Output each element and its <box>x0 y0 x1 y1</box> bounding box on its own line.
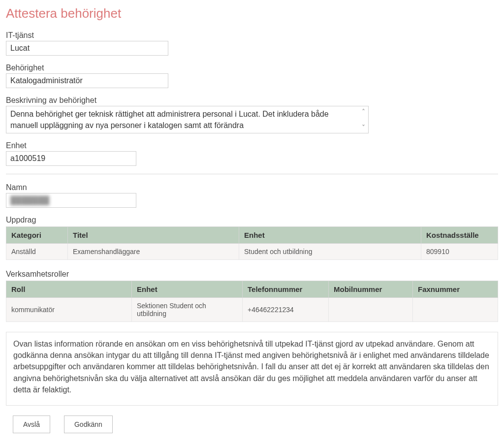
field-permission-desc: Beskrivning av behörighet Denna behörigh… <box>6 96 498 133</box>
approve-button[interactable]: Godkänn <box>64 416 113 433</box>
page-title: Attestera behörighet <box>6 6 498 21</box>
label-it-service: IT-tjänst <box>6 31 498 40</box>
input-name[interactable]: ███████ <box>6 193 136 208</box>
cell-titel: Examenshandläggare <box>68 244 239 260</box>
cell-enhet: Student och utbildning <box>239 244 421 260</box>
label-roller: Verksamhetsroller <box>6 270 498 279</box>
input-it-service[interactable]: Lucat <box>6 41 168 56</box>
field-permission: Behörighet Katalogadministratör <box>6 64 498 88</box>
cell-roll: kommunikatör <box>6 298 132 322</box>
table-roller: Roll Enhet Telefonnummer Mobilnummer Fax… <box>6 281 498 322</box>
chevron-down-icon[interactable]: ˅ <box>362 124 365 131</box>
field-name: Namn ███████ <box>6 183 498 208</box>
label-permission: Behörighet <box>6 64 498 72</box>
label-name: Namn <box>6 183 498 192</box>
button-row: Avslå Godkänn <box>6 416 498 433</box>
reject-button[interactable]: Avslå <box>13 416 50 433</box>
cell-fax <box>413 298 498 322</box>
th-mobil: Mobilnummer <box>329 281 413 298</box>
field-unit: Enhet a1000519 <box>6 141 498 166</box>
th-roll: Roll <box>6 281 132 298</box>
label-uppdrag: Uppdrag <box>6 216 498 224</box>
th-tel: Telefonnummer <box>243 281 329 298</box>
table-uppdrag: Kategori Titel Enhet Kostnadsställe Anst… <box>6 226 498 260</box>
th-enhet2: Enhet <box>132 281 243 298</box>
table-row: Anställd Examenshandläggare Student och … <box>6 244 498 260</box>
cell-mobil <box>329 298 413 322</box>
cell-kategori: Anställd <box>6 244 68 260</box>
th-enhet: Enhet <box>239 227 421 244</box>
info-text: Ovan listas information rörande en ansök… <box>6 332 498 406</box>
cell-kostnad: 809910 <box>421 244 498 260</box>
input-unit[interactable]: a1000519 <box>6 151 136 166</box>
divider <box>6 174 498 174</box>
textarea-permission-desc[interactable]: Denna behörighet ger teknisk rättighet a… <box>6 106 369 133</box>
th-titel: Titel <box>68 227 239 244</box>
scrollbar[interactable]: ˄ ˅ <box>362 106 365 133</box>
th-kostnad: Kostnadsställe <box>421 227 498 244</box>
cell-enhet2: Sektionen Student och utbildning <box>132 298 243 322</box>
chevron-up-icon[interactable]: ˄ <box>362 108 365 115</box>
field-it-service: IT-tjänst Lucat <box>6 31 498 56</box>
permission-desc-text: Denna behörighet ger teknisk rättighet a… <box>10 110 329 129</box>
th-fax: Faxnummer <box>413 281 498 298</box>
th-kategori: Kategori <box>6 227 68 244</box>
label-unit: Enhet <box>6 141 498 150</box>
cell-tel: +46462221234 <box>243 298 329 322</box>
input-permission[interactable]: Katalogadministratör <box>6 73 168 88</box>
table-row: kommunikatör Sektionen Student och utbil… <box>6 298 498 322</box>
name-redacted: ███████ <box>10 196 49 205</box>
label-permission-desc: Beskrivning av behörighet <box>6 96 498 105</box>
